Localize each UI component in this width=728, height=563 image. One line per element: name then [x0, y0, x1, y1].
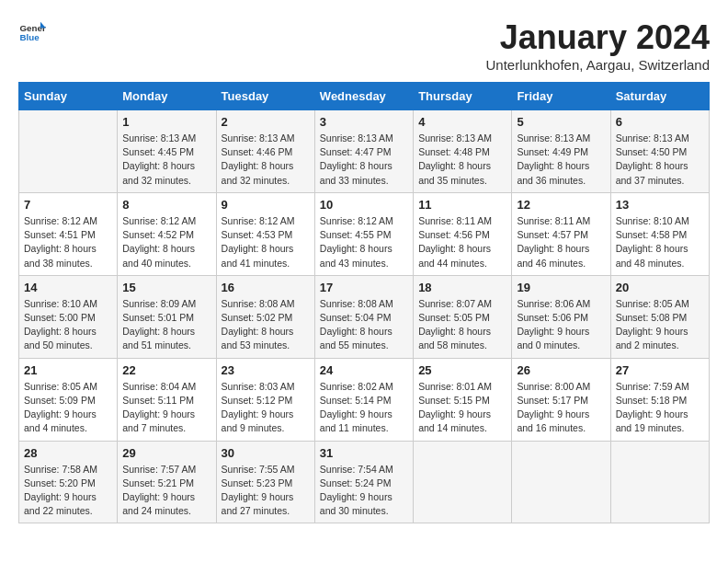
calendar-subtitle: Unterlunkhofen, Aargau, Switzerland [486, 57, 710, 73]
day-number: 14 [24, 281, 112, 294]
calendar-cell: 10Sunrise: 8:12 AM Sunset: 4:55 PM Dayli… [314, 192, 413, 275]
day-info: Sunrise: 8:05 AM Sunset: 5:09 PM Dayligh… [24, 380, 112, 436]
calendar-cell: 23Sunrise: 8:03 AM Sunset: 5:12 PM Dayli… [216, 358, 314, 441]
calendar-cell: 1Sunrise: 8:13 AM Sunset: 4:45 PM Daylig… [118, 110, 216, 193]
day-info: Sunrise: 7:59 AM Sunset: 5:18 PM Dayligh… [616, 380, 704, 436]
calendar-cell: 29Sunrise: 7:57 AM Sunset: 5:21 PM Dayli… [118, 441, 216, 523]
calendar-cell: 26Sunrise: 8:00 AM Sunset: 5:17 PM Dayli… [512, 358, 610, 441]
day-number: 8 [122, 198, 210, 212]
day-info: Sunrise: 8:00 AM Sunset: 5:17 PM Dayligh… [517, 380, 605, 436]
day-number: 18 [418, 281, 506, 294]
day-number: 9 [222, 198, 310, 212]
day-number: 11 [418, 198, 506, 212]
day-header-saturday: Saturday [610, 83, 709, 110]
day-info: Sunrise: 8:08 AM Sunset: 5:04 PM Dayligh… [320, 297, 408, 353]
calendar-cell: 30Sunrise: 7:55 AM Sunset: 5:23 PM Dayli… [216, 441, 314, 523]
day-header-monday: Monday [118, 83, 216, 110]
week-row-4: 21Sunrise: 8:05 AM Sunset: 5:09 PM Dayli… [19, 358, 710, 441]
day-info: Sunrise: 8:12 AM Sunset: 4:53 PM Dayligh… [222, 214, 310, 270]
day-number: 26 [517, 363, 605, 377]
day-number: 22 [122, 363, 210, 377]
calendar-cell [19, 110, 118, 193]
day-info: Sunrise: 8:10 AM Sunset: 5:00 PM Dayligh… [24, 297, 112, 353]
week-row-3: 14Sunrise: 8:10 AM Sunset: 5:00 PM Dayli… [19, 275, 710, 358]
svg-text:Blue: Blue [20, 32, 40, 42]
day-info: Sunrise: 8:02 AM Sunset: 5:14 PM Dayligh… [320, 380, 408, 436]
day-info: Sunrise: 8:11 AM Sunset: 4:56 PM Dayligh… [418, 214, 506, 270]
day-info: Sunrise: 7:57 AM Sunset: 5:21 PM Dayligh… [122, 463, 210, 519]
days-header-row: SundayMondayTuesdayWednesdayThursdayFrid… [19, 83, 710, 110]
day-number: 15 [122, 281, 210, 294]
calendar-table: SundayMondayTuesdayWednesdayThursdayFrid… [18, 82, 710, 523]
day-info: Sunrise: 7:58 AM Sunset: 5:20 PM Dayligh… [24, 463, 112, 519]
calendar-cell: 6Sunrise: 8:13 AM Sunset: 4:50 PM Daylig… [610, 110, 709, 193]
day-header-friday: Friday [512, 83, 610, 110]
calendar-cell: 5Sunrise: 8:13 AM Sunset: 4:49 PM Daylig… [512, 110, 610, 193]
calendar-cell: 8Sunrise: 8:12 AM Sunset: 4:52 PM Daylig… [118, 192, 216, 275]
day-number: 29 [122, 446, 210, 460]
calendar-cell: 16Sunrise: 8:08 AM Sunset: 5:02 PM Dayli… [216, 275, 314, 358]
day-number: 10 [320, 198, 408, 212]
calendar-cell: 9Sunrise: 8:12 AM Sunset: 4:53 PM Daylig… [216, 192, 314, 275]
day-number: 24 [320, 363, 408, 377]
calendar-cell: 27Sunrise: 7:59 AM Sunset: 5:18 PM Dayli… [610, 358, 709, 441]
day-number: 4 [418, 115, 506, 129]
calendar-cell [610, 441, 709, 523]
calendar-cell: 14Sunrise: 8:10 AM Sunset: 5:00 PM Dayli… [19, 275, 118, 358]
day-info: Sunrise: 8:10 AM Sunset: 4:58 PM Dayligh… [616, 214, 704, 270]
title-area: January 2024 Unterlunkhofen, Aargau, Swi… [486, 18, 710, 73]
calendar-cell: 11Sunrise: 8:11 AM Sunset: 4:56 PM Dayli… [414, 192, 512, 275]
day-number: 5 [517, 115, 605, 129]
calendar-cell: 13Sunrise: 8:10 AM Sunset: 4:58 PM Dayli… [610, 192, 709, 275]
day-number: 20 [616, 281, 704, 294]
calendar-cell: 18Sunrise: 8:07 AM Sunset: 5:05 PM Dayli… [414, 275, 512, 358]
calendar-title: January 2024 [486, 18, 710, 57]
day-info: Sunrise: 8:04 AM Sunset: 5:11 PM Dayligh… [122, 380, 210, 436]
calendar-cell: 28Sunrise: 7:58 AM Sunset: 5:20 PM Dayli… [19, 441, 118, 523]
day-info: Sunrise: 8:13 AM Sunset: 4:50 PM Dayligh… [616, 132, 704, 188]
day-number: 3 [320, 115, 408, 129]
day-number: 19 [517, 281, 605, 294]
calendar-cell [414, 441, 512, 523]
calendar-cell: 22Sunrise: 8:04 AM Sunset: 5:11 PM Dayli… [118, 358, 216, 441]
day-number: 7 [24, 198, 112, 212]
day-number: 31 [320, 446, 408, 460]
day-header-sunday: Sunday [19, 83, 118, 110]
day-info: Sunrise: 7:55 AM Sunset: 5:23 PM Dayligh… [222, 463, 310, 519]
header: General Blue January 2024 Unterlunkhofen… [18, 18, 710, 73]
day-info: Sunrise: 8:08 AM Sunset: 5:02 PM Dayligh… [222, 297, 310, 353]
day-info: Sunrise: 8:07 AM Sunset: 5:05 PM Dayligh… [418, 297, 506, 353]
week-row-2: 7Sunrise: 8:12 AM Sunset: 4:51 PM Daylig… [19, 192, 710, 275]
day-header-thursday: Thursday [414, 83, 512, 110]
day-number: 28 [24, 446, 112, 460]
calendar-cell: 24Sunrise: 8:02 AM Sunset: 5:14 PM Dayli… [314, 358, 413, 441]
day-number: 13 [616, 198, 704, 212]
day-info: Sunrise: 8:12 AM Sunset: 4:51 PM Dayligh… [24, 214, 112, 270]
calendar-cell [512, 441, 610, 523]
calendar-cell: 20Sunrise: 8:05 AM Sunset: 5:08 PM Dayli… [610, 275, 709, 358]
day-info: Sunrise: 8:13 AM Sunset: 4:49 PM Dayligh… [517, 132, 605, 188]
day-info: Sunrise: 8:11 AM Sunset: 4:57 PM Dayligh… [517, 214, 605, 270]
calendar-cell: 21Sunrise: 8:05 AM Sunset: 5:09 PM Dayli… [19, 358, 118, 441]
day-info: Sunrise: 8:05 AM Sunset: 5:08 PM Dayligh… [616, 297, 704, 353]
day-number: 25 [418, 363, 506, 377]
day-number: 1 [122, 115, 210, 129]
day-header-wednesday: Wednesday [314, 83, 413, 110]
day-info: Sunrise: 7:54 AM Sunset: 5:24 PM Dayligh… [320, 463, 408, 519]
calendar-cell: 7Sunrise: 8:12 AM Sunset: 4:51 PM Daylig… [19, 192, 118, 275]
day-info: Sunrise: 8:09 AM Sunset: 5:01 PM Dayligh… [122, 297, 210, 353]
day-header-tuesday: Tuesday [216, 83, 314, 110]
day-number: 16 [222, 281, 310, 294]
calendar-cell: 4Sunrise: 8:13 AM Sunset: 4:48 PM Daylig… [414, 110, 512, 193]
calendar-cell: 25Sunrise: 8:01 AM Sunset: 5:15 PM Dayli… [414, 358, 512, 441]
week-row-5: 28Sunrise: 7:58 AM Sunset: 5:20 PM Dayli… [19, 441, 710, 523]
day-number: 6 [616, 115, 704, 129]
calendar-cell: 12Sunrise: 8:11 AM Sunset: 4:57 PM Dayli… [512, 192, 610, 275]
calendar-cell: 2Sunrise: 8:13 AM Sunset: 4:46 PM Daylig… [216, 110, 314, 193]
logo: General Blue [18, 18, 46, 46]
week-row-1: 1Sunrise: 8:13 AM Sunset: 4:45 PM Daylig… [19, 110, 710, 193]
day-info: Sunrise: 8:13 AM Sunset: 4:46 PM Dayligh… [222, 132, 310, 188]
day-info: Sunrise: 8:13 AM Sunset: 4:45 PM Dayligh… [122, 132, 210, 188]
day-info: Sunrise: 8:12 AM Sunset: 4:55 PM Dayligh… [320, 214, 408, 270]
day-info: Sunrise: 8:13 AM Sunset: 4:48 PM Dayligh… [418, 132, 506, 188]
